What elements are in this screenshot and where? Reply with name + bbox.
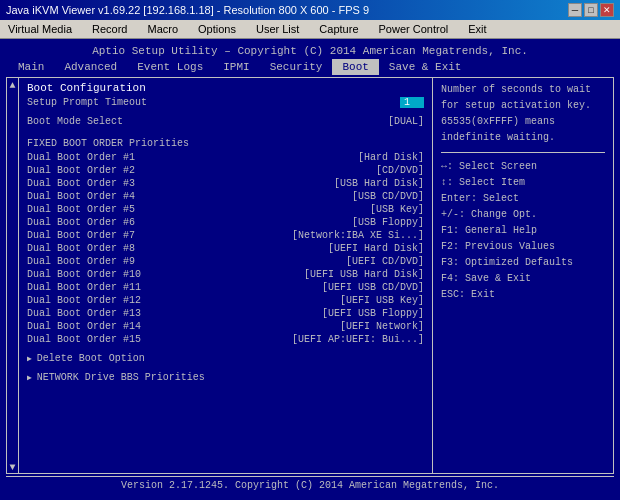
key-f2: F2: Previous Values	[441, 239, 605, 255]
list-item[interactable]: Dual Boot Order #10 [UEFI USB Hard Disk]	[27, 268, 424, 281]
delete-boot-option[interactable]: Delete Boot Option	[27, 352, 424, 365]
menu-virtual-media[interactable]: Virtual Media	[4, 22, 76, 36]
maximize-button[interactable]: □	[584, 3, 598, 17]
menu-user-list[interactable]: User List	[252, 22, 303, 36]
list-item[interactable]: Dual Boot Order #4 [USB CD/DVD]	[27, 190, 424, 203]
boot-mode-row: Boot Mode Select [DUAL]	[27, 115, 424, 128]
bios-main-panel: Boot Configuration Setup Prompt Timeout …	[19, 78, 433, 473]
tab-ipmi[interactable]: IPMI	[213, 59, 259, 75]
tab-security[interactable]: Security	[260, 59, 333, 75]
list-item[interactable]: Dual Boot Order #5 [USB Key]	[27, 203, 424, 216]
setup-prompt-value[interactable]: 1	[400, 97, 424, 108]
help-line-4: indefinite waiting.	[441, 130, 605, 146]
list-item[interactable]: Dual Boot Order #3 [USB Hard Disk]	[27, 177, 424, 190]
bios-footer-text: Version 2.17.1245. Copyright (C) 2014 Am…	[121, 480, 499, 491]
bios-sidebar: Number of seconds to wait for setup acti…	[433, 78, 613, 473]
key-select-item: ↕: Select Item	[441, 175, 605, 191]
titlebar-controls: ─ □ ✕	[568, 3, 614, 17]
key-change-opt: +/-: Change Opt.	[441, 207, 605, 223]
help-line-2: for setup activation key.	[441, 98, 605, 114]
setup-prompt-row: Setup Prompt Timeout 1	[27, 96, 424, 109]
list-item[interactable]: Dual Boot Order #7 [Network:IBA XE Si...…	[27, 229, 424, 242]
window-title: Java iKVM Viewer v1.69.22 [192.168.1.18]…	[6, 4, 369, 16]
bios-content: ▲ ▼ Boot Configuration Setup Prompt Time…	[6, 77, 614, 474]
key-select-screen: ↔: Select Screen	[441, 159, 605, 175]
menubar: Virtual Media Record Macro Options User …	[0, 20, 620, 39]
key-enter: Enter: Select	[441, 191, 605, 207]
key-f4: F4: Save & Exit	[441, 271, 605, 287]
bios-body: Aptio Setup Utility – Copyright (C) 2014…	[0, 39, 620, 500]
list-item[interactable]: Dual Boot Order #8 [UEFI Hard Disk]	[27, 242, 424, 255]
help-line-3: 65535(0xFFFF) means	[441, 114, 605, 130]
bios-header: Aptio Setup Utility – Copyright (C) 2014…	[0, 41, 620, 59]
key-help-section: ↔: Select Screen ↕: Select Item Enter: S…	[441, 159, 605, 303]
list-item[interactable]: Dual Boot Order #12 [UEFI USB Key]	[27, 294, 424, 307]
bios-footer: Version 2.17.1245. Copyright (C) 2014 Am…	[6, 476, 614, 494]
setup-prompt-label: Setup Prompt Timeout	[27, 97, 147, 108]
main-window: Java iKVM Viewer v1.69.22 [192.168.1.18]…	[0, 0, 620, 500]
key-f3: F3: Optimized Defaults	[441, 255, 605, 271]
tab-save-exit[interactable]: Save & Exit	[379, 59, 472, 75]
menu-power-control[interactable]: Power Control	[375, 22, 453, 36]
menu-capture[interactable]: Capture	[315, 22, 362, 36]
scroll-bar: ▲ ▼	[7, 78, 19, 473]
help-line-1: Number of seconds to wait	[441, 82, 605, 98]
list-item[interactable]: Dual Boot Order #13 [UEFI USB Floppy]	[27, 307, 424, 320]
titlebar: Java iKVM Viewer v1.69.22 [192.168.1.18]…	[0, 0, 620, 20]
menu-macro[interactable]: Macro	[143, 22, 182, 36]
minimize-button[interactable]: ─	[568, 3, 582, 17]
menu-exit[interactable]: Exit	[464, 22, 490, 36]
section-title: Boot Configuration	[27, 82, 424, 94]
menu-record[interactable]: Record	[88, 22, 131, 36]
sidebar-divider	[441, 152, 605, 153]
boot-order-list: Dual Boot Order #1 [Hard Disk] Dual Boot…	[27, 151, 424, 346]
bios-nav: Main Advanced Event Logs IPMI Security B…	[0, 59, 620, 75]
boot-mode-label: Boot Mode Select	[27, 116, 123, 127]
key-f1: F1: General Help	[441, 223, 605, 239]
network-drive-bbs[interactable]: NETWORK Drive BBS Priorities	[27, 371, 424, 384]
scroll-up-arrow[interactable]: ▲	[9, 80, 15, 91]
boot-mode-value[interactable]: [DUAL]	[388, 116, 424, 127]
bios-header-text: Aptio Setup Utility – Copyright (C) 2014…	[92, 45, 528, 57]
list-item[interactable]: Dual Boot Order #1 [Hard Disk]	[27, 151, 424, 164]
tab-boot[interactable]: Boot	[332, 59, 378, 75]
tab-advanced[interactable]: Advanced	[54, 59, 127, 75]
sidebar-help-text: Number of seconds to wait for setup acti…	[441, 82, 605, 146]
list-item[interactable]: Dual Boot Order #14 [UEFI Network]	[27, 320, 424, 333]
scroll-down-arrow[interactable]: ▼	[9, 462, 15, 473]
close-button[interactable]: ✕	[600, 3, 614, 17]
tab-event-logs[interactable]: Event Logs	[127, 59, 213, 75]
menu-options[interactable]: Options	[194, 22, 240, 36]
key-esc: ESC: Exit	[441, 287, 605, 303]
list-item[interactable]: Dual Boot Order #6 [USB Floppy]	[27, 216, 424, 229]
list-item[interactable]: Dual Boot Order #2 [CD/DVD]	[27, 164, 424, 177]
list-item[interactable]: Dual Boot Order #11 [UEFI USB CD/DVD]	[27, 281, 424, 294]
tab-main[interactable]: Main	[8, 59, 54, 75]
fixed-boot-title: FIXED BOOT ORDER Priorities	[27, 138, 424, 149]
list-item[interactable]: Dual Boot Order #9 [UEFI CD/DVD]	[27, 255, 424, 268]
list-item[interactable]: Dual Boot Order #15 [UEFI AP:UEFI: Bui..…	[27, 333, 424, 346]
